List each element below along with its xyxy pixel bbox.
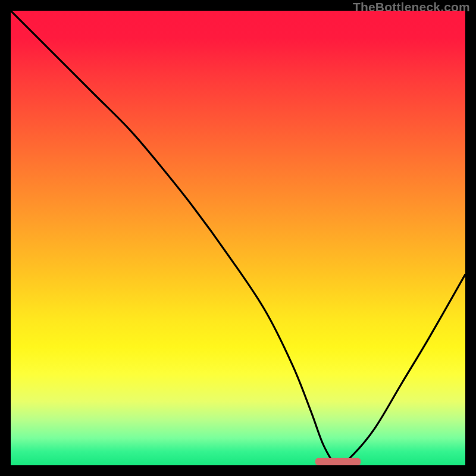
chart-frame: TheBottleneck.com [0,0,476,476]
plot-area [11,11,465,465]
chart-svg [11,11,465,465]
bottleneck-curve [11,11,465,465]
optimum-marker [315,458,361,465]
